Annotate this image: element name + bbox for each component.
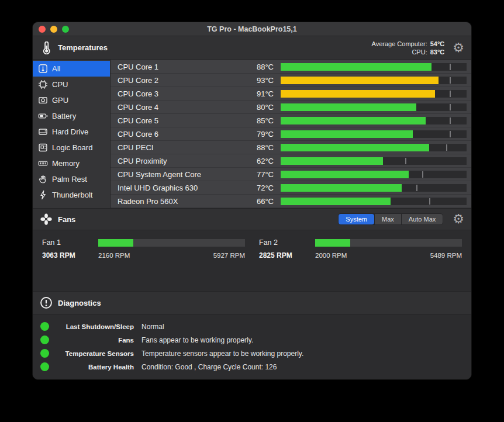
sensor-max-tick xyxy=(450,131,451,137)
sensor-row: CPU Core 679°C xyxy=(111,127,471,141)
fan-current-rpm: 2825 RPM xyxy=(259,251,315,260)
sensor-value: 88°C xyxy=(247,63,274,71)
traffic-lights xyxy=(39,26,69,33)
fan-icon xyxy=(40,213,53,226)
fans-header: Fans SystemMaxAuto Max ⚙ xyxy=(33,208,471,230)
sensor-value: 93°C xyxy=(247,76,274,85)
sidebar: AllCPUGPUBatteryHard DriveLogic BoardMem… xyxy=(33,60,111,208)
fan-rpm-range: 2160 RPM5927 RPM xyxy=(98,252,245,259)
sidebar-item-memory[interactable]: Memory xyxy=(33,155,110,171)
sensor-bar-fill xyxy=(281,63,431,71)
diagnostic-row-fans: FansFans appear to be working properly. xyxy=(33,333,471,347)
fan-mode-max-button[interactable]: Max xyxy=(375,214,401,224)
battery-icon xyxy=(38,111,48,121)
sensor-max-tick xyxy=(450,77,451,84)
sidebar-item-cpu[interactable]: CPU xyxy=(33,77,110,92)
diagnostics-header: Diagnostics xyxy=(33,291,471,314)
diagnostic-label: Last Shutdown/Sleep xyxy=(57,323,134,330)
sensor-row: CPU Core 391°C xyxy=(111,87,471,101)
sensor-row: Intel UHD Graphics 63072°C xyxy=(111,181,471,195)
sensor-bar-fill xyxy=(281,90,435,98)
fan-rpm-range: 2000 RPM5489 RPM xyxy=(315,252,462,259)
sidebar-item-logic-board[interactable]: Logic Board xyxy=(33,140,110,155)
sidebar-item-label: Memory xyxy=(52,159,80,168)
temperatures-body: AllCPUGPUBatteryHard DriveLogic BoardMem… xyxy=(33,60,471,208)
sidebar-item-palm-rest[interactable]: Palm Rest xyxy=(33,171,110,187)
status-ok-dot-icon xyxy=(40,322,49,331)
diagnostic-value: Temperature sensors appear to be working… xyxy=(141,350,471,358)
fan-min-rpm: 2160 RPM xyxy=(98,252,130,259)
hard-drive-icon xyxy=(38,127,48,137)
thermometer-icon xyxy=(40,41,53,54)
sidebar-item-label: Palm Rest xyxy=(52,175,87,184)
sensor-name: CPU Core 5 xyxy=(118,116,247,125)
sensor-temperature-bar xyxy=(281,198,467,205)
diagnostic-label: Battery Health xyxy=(57,364,134,371)
sidebar-item-wireless[interactable]: Wireless xyxy=(33,203,110,208)
cpu-average-value: 83°C xyxy=(430,49,445,56)
fan-speed-fill xyxy=(315,239,350,247)
fan-mode-system-button[interactable]: System xyxy=(339,214,374,224)
titlebar[interactable]: TG Pro - MacBookPro15,1 xyxy=(33,22,471,36)
fan-block-fan-2: Fan 22825 RPM2000 RPM5489 RPM xyxy=(259,238,462,291)
sensor-temperature-bar xyxy=(281,171,467,178)
sensor-list: CPU Core 188°CCPU Core 293°CCPU Core 391… xyxy=(111,60,471,208)
diagnostics-exclamation-icon xyxy=(40,296,53,309)
desktop-background: { "window": { "title": "TG Pro - MacBook… xyxy=(0,0,504,422)
sensor-name: CPU Proximity xyxy=(118,157,247,165)
average-computer-value: 54°C xyxy=(430,40,445,47)
sensor-value: 80°C xyxy=(247,103,274,112)
all-icon xyxy=(38,64,48,74)
status-ok-dot-icon xyxy=(40,349,49,358)
diagnostic-label: Fans xyxy=(57,337,134,344)
cpu-icon xyxy=(38,79,48,89)
minimize-button[interactable] xyxy=(50,26,57,33)
fan-mode-segmented-control: SystemMaxAuto Max xyxy=(338,213,443,225)
sensor-name: CPU Core 1 xyxy=(118,63,247,71)
sensor-value: 88°C xyxy=(247,143,274,152)
sensor-temperature-bar xyxy=(281,90,467,98)
thunderbolt-icon xyxy=(38,190,48,200)
diagnostic-row-temperature-sensors: Temperature SensorsTemperature sensors a… xyxy=(33,347,471,360)
close-button[interactable] xyxy=(39,26,46,33)
fans-body: Fan 13063 RPM2160 RPM5927 RPMFan 22825 R… xyxy=(33,230,471,291)
sidebar-item-gpu[interactable]: GPU xyxy=(33,92,110,108)
diagnostic-label: Temperature Sensors xyxy=(57,350,134,357)
diagnostic-value: Normal xyxy=(141,323,471,331)
sensor-temperature-bar xyxy=(281,144,467,151)
fan-name: Fan 2 xyxy=(259,238,315,247)
temperatures-settings-gear-icon[interactable]: ⚙ xyxy=(453,41,464,54)
fan-min-rpm: 2000 RPM xyxy=(315,252,347,259)
sidebar-item-thunderbolt[interactable]: Thunderbolt xyxy=(33,187,110,203)
temperatures-header: Temperatures Average Computer:54°C CPU:8… xyxy=(33,36,471,60)
sensor-value: 72°C xyxy=(247,184,274,192)
sensor-value: 66°C xyxy=(247,197,274,206)
sensor-bar-fill xyxy=(281,198,391,205)
sensor-value: 77°C xyxy=(247,170,274,179)
sidebar-item-battery[interactable]: Battery xyxy=(33,108,110,124)
sensor-bar-fill xyxy=(281,171,409,178)
sensor-bar-fill xyxy=(281,184,402,192)
status-ok-dot-icon xyxy=(40,335,49,344)
zoom-button[interactable] xyxy=(62,26,69,33)
app-window: TG Pro - MacBookPro15,1 Temperatures Ave… xyxy=(32,22,472,380)
fan-mode-auto-max-button[interactable]: Auto Max xyxy=(402,214,443,224)
fan-name: Fan 1 xyxy=(42,238,98,247)
sensor-name: Intel UHD Graphics 630 xyxy=(118,184,247,192)
status-ok-dot-icon xyxy=(40,362,49,371)
sensor-value: 79°C xyxy=(247,130,274,139)
sensor-max-tick xyxy=(405,158,406,164)
sensor-name: CPU Core 6 xyxy=(118,130,247,139)
diagnostics-body: Last Shutdown/SleepNormalFansFans appear… xyxy=(33,314,471,379)
fans-settings-gear-icon[interactable]: ⚙ xyxy=(453,213,464,226)
sensor-name: CPU PECI xyxy=(118,143,247,152)
sidebar-item-all[interactable]: All xyxy=(33,61,110,77)
sensor-name: CPU System Agent Core xyxy=(118,170,247,179)
sidebar-item-label: Battery xyxy=(52,112,76,120)
sidebar-item-label: Hard Drive xyxy=(52,127,88,136)
diagnostic-row-last-shutdown-sleep: Last Shutdown/SleepNormal xyxy=(33,320,471,333)
sidebar-item-hard-drive[interactable]: Hard Drive xyxy=(33,124,110,140)
sensor-row: CPU Core 293°C xyxy=(111,74,471,87)
fan-speed-bar xyxy=(98,239,245,247)
fan-max-rpm: 5489 RPM xyxy=(430,252,462,259)
